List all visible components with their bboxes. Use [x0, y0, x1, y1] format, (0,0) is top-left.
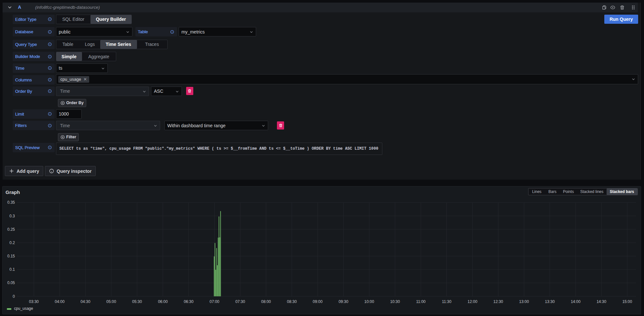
svg-text:11:30: 11:30	[442, 299, 451, 304]
svg-text:0: 0	[13, 294, 15, 298]
svg-text:13:00: 13:00	[519, 299, 529, 304]
svg-text:10:00: 10:00	[364, 299, 374, 304]
svg-text:0.3: 0.3	[9, 213, 15, 218]
svg-text:06:00: 06:00	[158, 299, 168, 304]
svg-text:05:30: 05:30	[132, 299, 142, 304]
svg-text:06:30: 06:30	[184, 299, 194, 304]
svg-text:05:00: 05:00	[106, 299, 116, 304]
svg-text:09:30: 09:30	[338, 299, 348, 304]
svg-text:11:00: 11:00	[416, 299, 426, 304]
svg-text:08:30: 08:30	[287, 299, 297, 304]
svg-text:14:00: 14:00	[571, 299, 581, 304]
svg-text:12:00: 12:00	[468, 299, 477, 304]
svg-text:09:00: 09:00	[313, 299, 322, 304]
svg-text:0.05: 0.05	[7, 281, 15, 285]
svg-text:0.2: 0.2	[9, 240, 15, 245]
svg-text:0.1: 0.1	[9, 267, 15, 272]
svg-text:10:30: 10:30	[390, 299, 400, 304]
svg-text:0.35: 0.35	[7, 200, 15, 205]
svg-text:13:30: 13:30	[545, 299, 555, 304]
svg-text:07:30: 07:30	[235, 299, 245, 304]
svg-text:0.15: 0.15	[7, 254, 15, 258]
svg-text:07:00: 07:00	[210, 299, 219, 304]
svg-text:04:30: 04:30	[81, 299, 90, 304]
svg-text:04:00: 04:00	[55, 299, 64, 304]
svg-text:14:30: 14:30	[596, 299, 606, 304]
svg-text:03:30: 03:30	[29, 299, 39, 304]
svg-text:0.25: 0.25	[7, 227, 15, 231]
svg-text:08:00: 08:00	[261, 299, 271, 304]
svg-text:15:00: 15:00	[622, 299, 632, 304]
svg-text:12:30: 12:30	[493, 299, 503, 304]
